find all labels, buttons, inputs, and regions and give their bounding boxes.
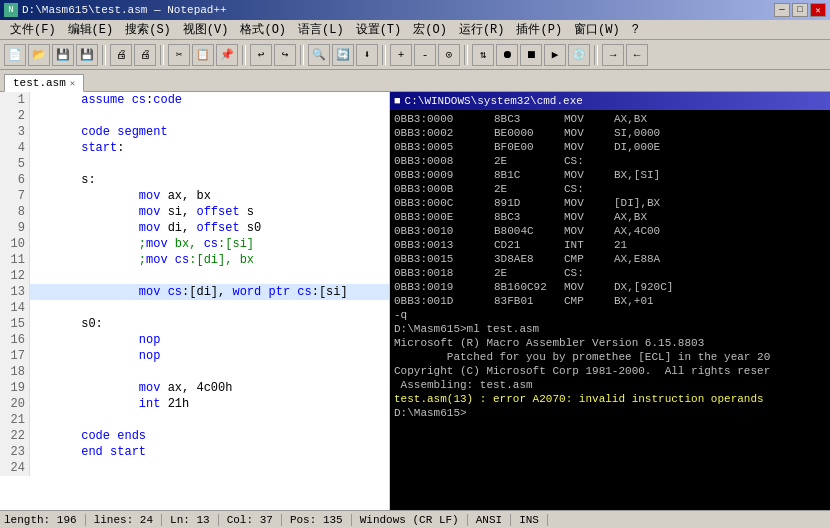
redo-button[interactable]: ↪ [274, 44, 296, 66]
findnext-button[interactable]: ⬇ [356, 44, 378, 66]
disasm-hex: BE0000 [494, 126, 564, 140]
macro-rec-button[interactable]: ⏺ [496, 44, 518, 66]
line-number: 4 [0, 140, 30, 156]
macro-stop-button[interactable]: ⏹ [520, 44, 542, 66]
line-content: assume cs:code [30, 92, 182, 108]
line-number: 13 [0, 284, 30, 300]
status-lines: lines: 24 [94, 514, 162, 526]
line-content [30, 460, 38, 476]
disasm-ops: BX,+01 [614, 294, 654, 308]
line-number: 20 [0, 396, 30, 412]
code-line: 3 code segment [0, 124, 389, 140]
zoom-out-button[interactable]: - [414, 44, 436, 66]
disasm-mnem: MOV [564, 224, 614, 238]
macro-play-button[interactable]: ▶ [544, 44, 566, 66]
menu-macro[interactable]: 宏(O) [407, 20, 453, 39]
disasm-hex: 8BC3 [494, 210, 564, 224]
tab-close-icon[interactable]: ✕ [70, 78, 75, 89]
restore-zoom-button[interactable]: ⊙ [438, 44, 460, 66]
disasm-addr: 0BB3:0010 [394, 224, 494, 238]
disasm-line: 0BB3:00082ECS: [394, 154, 826, 168]
menu-edit[interactable]: 编辑(E) [62, 20, 120, 39]
maximize-button[interactable]: □ [792, 3, 808, 17]
disasm-hex: CD21 [494, 238, 564, 252]
undo-button[interactable]: ↩ [250, 44, 272, 66]
disasm-ops: 21 [614, 238, 627, 252]
code-editor[interactable]: 1 assume cs:code23 code segment4 start:5… [0, 92, 390, 510]
toolbar-sep-6 [464, 45, 468, 65]
tab-test-asm[interactable]: test.asm ✕ [4, 74, 84, 92]
line-number: 21 [0, 412, 30, 428]
disasm-line: 0BB3:001D83FB01CMPBX,+01 [394, 294, 826, 308]
copy-button[interactable]: 📋 [192, 44, 214, 66]
window-controls: — □ ✕ [774, 3, 826, 17]
cmd-content: 0BB3:00008BC3MOVAX,BX0BB3:0002BE0000MOVS… [390, 110, 830, 510]
disasm-line: 0BB3:00182ECS: [394, 266, 826, 280]
print-now-button[interactable]: 🖨 [134, 44, 156, 66]
menu-view[interactable]: 视图(V) [177, 20, 235, 39]
disasm-line: 0BB3:0013CD21INT21 [394, 238, 826, 252]
toolbar-sep-4 [300, 45, 304, 65]
replace-button[interactable]: 🔄 [332, 44, 354, 66]
menu-language[interactable]: 语言(L) [292, 20, 350, 39]
outdent-button[interactable]: ← [626, 44, 648, 66]
line-number: 8 [0, 204, 30, 220]
menu-format[interactable]: 格式(O) [234, 20, 292, 39]
disasm-addr: 0BB3:0000 [394, 112, 494, 126]
cut-button[interactable]: ✂ [168, 44, 190, 66]
code-line: 23 end start [0, 444, 389, 460]
disasm-line: 0BB3:0002BE0000MOVSI,0000 [394, 126, 826, 140]
close-button[interactable]: ✕ [810, 3, 826, 17]
line-number: 6 [0, 172, 30, 188]
code-line: 11 ;mov cs:[di], bx [0, 252, 389, 268]
status-encoding: ANSI [476, 514, 511, 526]
menu-search[interactable]: 搜索(S) [119, 20, 177, 39]
menu-window[interactable]: 窗口(W) [568, 20, 626, 39]
zoom-in-button[interactable]: + [390, 44, 412, 66]
save-all-button[interactable]: 💾 [76, 44, 98, 66]
line-content [30, 268, 38, 284]
disasm-line: 0BB3:0005BF0E00MOVDI,000E [394, 140, 826, 154]
menu-file[interactable]: 文件(F) [4, 20, 62, 39]
sync-scroll-button[interactable]: ⇅ [472, 44, 494, 66]
disasm-addr: 0BB3:000E [394, 210, 494, 224]
code-line: 16 nop [0, 332, 389, 348]
menu-help[interactable]: ? [626, 22, 645, 38]
open-button[interactable]: 📂 [28, 44, 50, 66]
toolbar: 📄 📂 💾 💾 🖨 🖨 ✂ 📋 📌 ↩ ↪ 🔍 🔄 ⬇ + - ⊙ ⇅ ⏺ ⏹ … [0, 40, 830, 70]
main-area: 1 assume cs:code23 code segment4 start:5… [0, 92, 830, 510]
disasm-addr: 0BB3:0009 [394, 168, 494, 182]
cmd-separator: -q [394, 308, 826, 322]
disasm-hex: 83FB01 [494, 294, 564, 308]
find-button[interactable]: 🔍 [308, 44, 330, 66]
code-line: 4 start: [0, 140, 389, 156]
indent-button[interactable]: → [602, 44, 624, 66]
toolbar-sep-3 [242, 45, 246, 65]
disasm-mnem: MOV [564, 140, 614, 154]
menu-run[interactable]: 运行(R) [453, 20, 511, 39]
disasm-hex: 3D8AE8 [494, 252, 564, 266]
disasm-ops: DX,[920C] [614, 280, 673, 294]
status-insert: INS [519, 514, 548, 526]
disasm-mnem: MOV [564, 112, 614, 126]
line-number: 5 [0, 156, 30, 172]
menu-settings[interactable]: 设置(T) [350, 20, 408, 39]
new-button[interactable]: 📄 [4, 44, 26, 66]
disasm-ops: DI,000E [614, 140, 660, 154]
minimize-button[interactable]: — [774, 3, 790, 17]
masm-output-line: Assembling: test.asm [394, 378, 826, 392]
line-content: mov ax, 4c00h [30, 380, 232, 396]
print-button[interactable]: 🖨 [110, 44, 132, 66]
line-content: nop [30, 332, 160, 348]
code-line: 24 [0, 460, 389, 476]
line-content: mov ax, bx [30, 188, 211, 204]
line-number: 14 [0, 300, 30, 316]
paste-button[interactable]: 📌 [216, 44, 238, 66]
macro-save-button[interactable]: 💿 [568, 44, 590, 66]
code-line: 1 assume cs:code [0, 92, 389, 108]
line-content [30, 156, 38, 172]
line-number: 10 [0, 236, 30, 252]
menu-plugins[interactable]: 插件(P) [510, 20, 568, 39]
save-button[interactable]: 💾 [52, 44, 74, 66]
masm-output-line: D:\Masm615> [394, 406, 826, 420]
